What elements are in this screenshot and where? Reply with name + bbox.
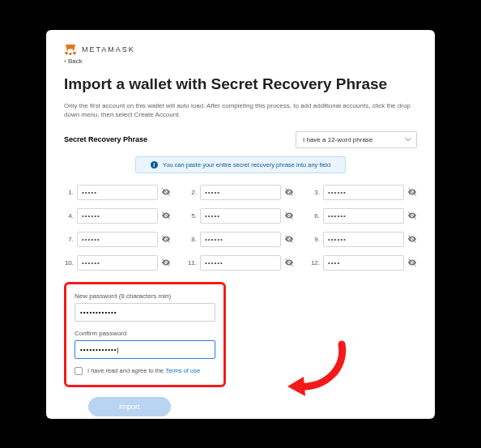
eye-slash-icon[interactable] [284, 258, 294, 267]
eye-slash-icon[interactable] [161, 211, 171, 220]
word-input-10[interactable] [77, 255, 158, 271]
brand-name: METAMASK [82, 45, 135, 53]
svg-marker-4 [69, 53, 70, 54]
eye-slash-icon[interactable] [161, 258, 171, 267]
word-input-4[interactable] [77, 208, 158, 224]
word-input-9[interactable] [323, 232, 404, 247]
confirm-password-input[interactable] [74, 340, 215, 359]
password-highlight-box: New password (8 characters min) Confirm … [64, 282, 226, 387]
terms-text: I have read and agree to the Terms of us… [87, 367, 200, 374]
hint-text: You can paste your entire secret recover… [163, 161, 330, 169]
word-cell: 1. [64, 185, 171, 200]
info-icon: i [151, 161, 158, 169]
annotation-arrow-icon [281, 336, 354, 401]
import-button[interactable]: Import [88, 397, 171, 416]
terms-link[interactable]: Terms of use [165, 367, 200, 374]
eye-slash-icon[interactable] [284, 211, 294, 220]
chevron-down-icon [405, 136, 411, 143]
srp-section-label: Secret Recovery Phrase [64, 135, 147, 143]
eye-slash-icon[interactable] [407, 258, 417, 267]
word-cell: 10. [64, 255, 171, 271]
back-link[interactable]: ‹ Back [64, 58, 417, 65]
eye-slash-icon[interactable] [161, 187, 171, 197]
confirm-password-label: Confirm password [74, 330, 215, 337]
word-input-5[interactable] [200, 208, 281, 224]
word-cell: 4. [64, 208, 171, 224]
description: Only the first account on this wallet wi… [64, 101, 417, 119]
svg-marker-2 [73, 52, 77, 55]
header: METAMASK ‹ Back [64, 43, 417, 65]
word-input-11[interactable] [200, 255, 281, 271]
word-input-7[interactable] [77, 232, 158, 247]
eye-slash-icon[interactable] [161, 234, 171, 244]
word-input-2[interactable] [200, 185, 281, 200]
word-input-1[interactable] [77, 185, 158, 200]
word-input-12[interactable] [323, 255, 404, 271]
new-password-input[interactable] [74, 303, 215, 322]
page-title: Import a wallet with Secret Recovery Phr… [64, 75, 417, 94]
metamask-fox-icon [64, 43, 77, 56]
eye-slash-icon[interactable] [284, 234, 294, 244]
word-input-3[interactable] [323, 185, 404, 200]
word-cell: 7. [64, 232, 171, 247]
svg-marker-7 [70, 53, 71, 54]
word-cell: 8. [187, 232, 294, 247]
word-input-6[interactable] [323, 208, 404, 224]
phrase-length-select[interactable]: I have a 12-word phrase [296, 131, 417, 148]
word-input-8[interactable] [200, 232, 281, 247]
eye-slash-icon[interactable] [407, 234, 417, 244]
phrase-length-value: I have a 12-word phrase [303, 136, 372, 143]
word-cell: 3. [310, 185, 417, 200]
import-wallet-page: METAMASK ‹ Back Import a wallet with Sec… [46, 30, 435, 419]
word-cell: 6. [310, 208, 417, 224]
svg-marker-20 [287, 377, 305, 396]
svg-marker-5 [71, 53, 73, 54]
eye-slash-icon[interactable] [284, 187, 294, 197]
terms-row: I have read and agree to the Terms of us… [74, 367, 215, 375]
word-cell: 5. [187, 208, 294, 224]
word-cell: 12. [310, 255, 417, 271]
eye-slash-icon[interactable] [407, 211, 417, 220]
new-password-label: New password (8 characters min) [74, 292, 215, 300]
word-cell: 9. [310, 232, 417, 247]
word-cell: 11. [187, 255, 294, 271]
svg-marker-6 [66, 45, 75, 52]
svg-marker-3 [65, 52, 69, 55]
recovery-phrase-grid: 1. 2. 3. 4. 5. 6. 7. 8. 9. 10. 11. 12. [64, 185, 417, 271]
word-cell: 2. [187, 185, 294, 200]
terms-checkbox[interactable] [74, 367, 83, 375]
eye-slash-icon[interactable] [407, 187, 417, 197]
hint-banner: i You can paste your entire secret recov… [135, 156, 346, 173]
